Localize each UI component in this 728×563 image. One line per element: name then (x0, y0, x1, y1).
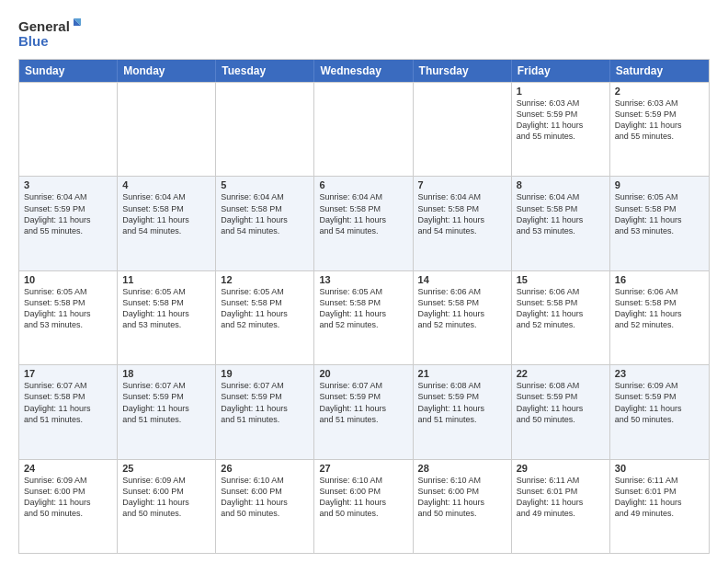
calendar-cell (118, 83, 216, 176)
calendar-row: 1Sunrise: 6:03 AM Sunset: 5:59 PM Daylig… (19, 82, 709, 176)
calendar-cell: 21Sunrise: 6:08 AM Sunset: 5:59 PM Dayli… (414, 365, 512, 458)
day-number: 6 (319, 179, 407, 190)
day-number: 27 (319, 463, 407, 474)
day-number: 1 (517, 86, 605, 97)
calendar-cell: 14Sunrise: 6:06 AM Sunset: 5:58 PM Dayli… (414, 271, 512, 364)
calendar-cell (216, 83, 314, 176)
day-number: 25 (122, 463, 210, 474)
calendar-cell: 16Sunrise: 6:06 AM Sunset: 5:58 PM Dayli… (610, 271, 709, 364)
calendar-cell: 24Sunrise: 6:09 AM Sunset: 6:00 PM Dayli… (19, 460, 118, 553)
cell-info: Sunrise: 6:10 AM Sunset: 6:00 PM Dayligh… (319, 475, 407, 520)
day-number: 29 (517, 463, 605, 474)
day-number: 8 (517, 179, 605, 190)
cell-info: Sunrise: 6:11 AM Sunset: 6:01 PM Dayligh… (615, 475, 704, 520)
day-number: 13 (319, 274, 407, 285)
cell-info: Sunrise: 6:05 AM Sunset: 5:58 PM Dayligh… (122, 286, 210, 331)
header-day: Friday (512, 60, 610, 82)
calendar-row: 10Sunrise: 6:05 AM Sunset: 5:58 PM Dayli… (19, 270, 709, 364)
calendar-cell: 30Sunrise: 6:11 AM Sunset: 6:01 PM Dayli… (610, 460, 709, 553)
calendar-cell: 8Sunrise: 6:04 AM Sunset: 5:58 PM Daylig… (512, 177, 610, 270)
calendar-cell: 4Sunrise: 6:04 AM Sunset: 5:58 PM Daylig… (118, 177, 216, 270)
calendar-cell: 17Sunrise: 6:07 AM Sunset: 5:58 PM Dayli… (19, 365, 118, 458)
calendar-cell: 1Sunrise: 6:03 AM Sunset: 5:59 PM Daylig… (512, 83, 610, 176)
day-number: 4 (122, 179, 210, 190)
calendar-cell: 27Sunrise: 6:10 AM Sunset: 6:00 PM Dayli… (314, 460, 413, 553)
cell-info: Sunrise: 6:05 AM Sunset: 5:58 PM Dayligh… (319, 286, 407, 331)
calendar-cell: 25Sunrise: 6:09 AM Sunset: 6:00 PM Dayli… (118, 460, 216, 553)
cell-info: Sunrise: 6:06 AM Sunset: 5:58 PM Dayligh… (418, 286, 506, 331)
calendar-cell (414, 83, 512, 176)
svg-text:General: General (18, 18, 70, 34)
header-day: Wednesday (314, 60, 413, 82)
day-number: 12 (221, 274, 309, 285)
header: General Blue (18, 15, 710, 52)
day-number: 9 (615, 179, 704, 190)
calendar-cell: 22Sunrise: 6:08 AM Sunset: 5:59 PM Dayli… (512, 365, 610, 458)
day-number: 3 (24, 179, 112, 190)
day-number: 28 (418, 463, 506, 474)
cell-info: Sunrise: 6:06 AM Sunset: 5:58 PM Dayligh… (517, 286, 605, 331)
cell-info: Sunrise: 6:05 AM Sunset: 5:58 PM Dayligh… (615, 191, 704, 236)
day-number: 14 (418, 274, 506, 285)
cell-info: Sunrise: 6:10 AM Sunset: 6:00 PM Dayligh… (418, 475, 506, 520)
cell-info: Sunrise: 6:03 AM Sunset: 5:59 PM Dayligh… (517, 98, 605, 143)
cell-info: Sunrise: 6:09 AM Sunset: 6:00 PM Dayligh… (122, 475, 210, 520)
day-number: 7 (418, 179, 506, 190)
cell-info: Sunrise: 6:06 AM Sunset: 5:58 PM Dayligh… (615, 286, 704, 331)
cell-info: Sunrise: 6:07 AM Sunset: 5:59 PM Dayligh… (122, 380, 210, 425)
day-number: 20 (319, 368, 407, 379)
calendar-cell: 13Sunrise: 6:05 AM Sunset: 5:58 PM Dayli… (314, 271, 413, 364)
cell-info: Sunrise: 6:04 AM Sunset: 5:58 PM Dayligh… (319, 191, 407, 236)
cell-info: Sunrise: 6:10 AM Sunset: 6:00 PM Dayligh… (221, 475, 309, 520)
cell-info: Sunrise: 6:07 AM Sunset: 5:59 PM Dayligh… (221, 380, 309, 425)
calendar-cell (19, 83, 118, 176)
cell-info: Sunrise: 6:11 AM Sunset: 6:01 PM Dayligh… (517, 475, 605, 520)
day-number: 2 (615, 86, 704, 97)
header-day: Thursday (414, 60, 512, 82)
cell-info: Sunrise: 6:07 AM Sunset: 5:58 PM Dayligh… (24, 380, 112, 425)
calendar-cell: 12Sunrise: 6:05 AM Sunset: 5:58 PM Dayli… (216, 271, 314, 364)
cell-info: Sunrise: 6:03 AM Sunset: 5:59 PM Dayligh… (615, 98, 704, 143)
day-number: 22 (517, 368, 605, 379)
cell-info: Sunrise: 6:04 AM Sunset: 5:58 PM Dayligh… (517, 191, 605, 236)
svg-text:Blue: Blue (18, 33, 49, 49)
day-number: 23 (615, 368, 704, 379)
cell-info: Sunrise: 6:08 AM Sunset: 5:59 PM Dayligh… (517, 380, 605, 425)
cell-info: Sunrise: 6:09 AM Sunset: 6:00 PM Dayligh… (24, 475, 112, 520)
calendar-cell: 15Sunrise: 6:06 AM Sunset: 5:58 PM Dayli… (512, 271, 610, 364)
calendar-cell: 23Sunrise: 6:09 AM Sunset: 5:59 PM Dayli… (610, 365, 709, 458)
day-number: 24 (24, 463, 112, 474)
cell-info: Sunrise: 6:04 AM Sunset: 5:58 PM Dayligh… (221, 191, 309, 236)
calendar-body: 1Sunrise: 6:03 AM Sunset: 5:59 PM Daylig… (19, 82, 709, 553)
cell-info: Sunrise: 6:05 AM Sunset: 5:58 PM Dayligh… (24, 286, 112, 331)
calendar-cell: 20Sunrise: 6:07 AM Sunset: 5:59 PM Dayli… (314, 365, 413, 458)
day-number: 30 (615, 463, 704, 474)
day-number: 15 (517, 274, 605, 285)
calendar-cell: 28Sunrise: 6:10 AM Sunset: 6:00 PM Dayli… (414, 460, 512, 553)
day-number: 16 (615, 274, 704, 285)
cell-info: Sunrise: 6:04 AM Sunset: 5:58 PM Dayligh… (418, 191, 506, 236)
header-day: Sunday (19, 60, 118, 82)
calendar-cell: 6Sunrise: 6:04 AM Sunset: 5:58 PM Daylig… (314, 177, 413, 270)
page: General Blue SundayMondayTuesdayWednesda… (0, 0, 728, 563)
day-number: 11 (122, 274, 210, 285)
day-number: 10 (24, 274, 112, 285)
cell-info: Sunrise: 6:04 AM Sunset: 5:58 PM Dayligh… (122, 191, 210, 236)
calendar-cell: 2Sunrise: 6:03 AM Sunset: 5:59 PM Daylig… (610, 83, 709, 176)
calendar-header: SundayMondayTuesdayWednesdayThursdayFrid… (19, 60, 709, 82)
cell-info: Sunrise: 6:04 AM Sunset: 5:59 PM Dayligh… (24, 191, 112, 236)
calendar-cell: 19Sunrise: 6:07 AM Sunset: 5:59 PM Dayli… (216, 365, 314, 458)
calendar-cell (314, 83, 413, 176)
logo: General Blue (18, 15, 83, 52)
day-number: 18 (122, 368, 210, 379)
calendar-cell: 9Sunrise: 6:05 AM Sunset: 5:58 PM Daylig… (610, 177, 709, 270)
calendar-row: 24Sunrise: 6:09 AM Sunset: 6:00 PM Dayli… (19, 459, 709, 553)
calendar-cell: 11Sunrise: 6:05 AM Sunset: 5:58 PM Dayli… (118, 271, 216, 364)
day-number: 21 (418, 368, 506, 379)
calendar-cell: 3Sunrise: 6:04 AM Sunset: 5:59 PM Daylig… (19, 177, 118, 270)
cell-info: Sunrise: 6:07 AM Sunset: 5:59 PM Dayligh… (319, 380, 407, 425)
cell-info: Sunrise: 6:09 AM Sunset: 5:59 PM Dayligh… (615, 380, 704, 425)
calendar-cell: 18Sunrise: 6:07 AM Sunset: 5:59 PM Dayli… (118, 365, 216, 458)
logo-svg: General Blue (18, 15, 83, 52)
calendar-cell: 10Sunrise: 6:05 AM Sunset: 5:58 PM Dayli… (19, 271, 118, 364)
